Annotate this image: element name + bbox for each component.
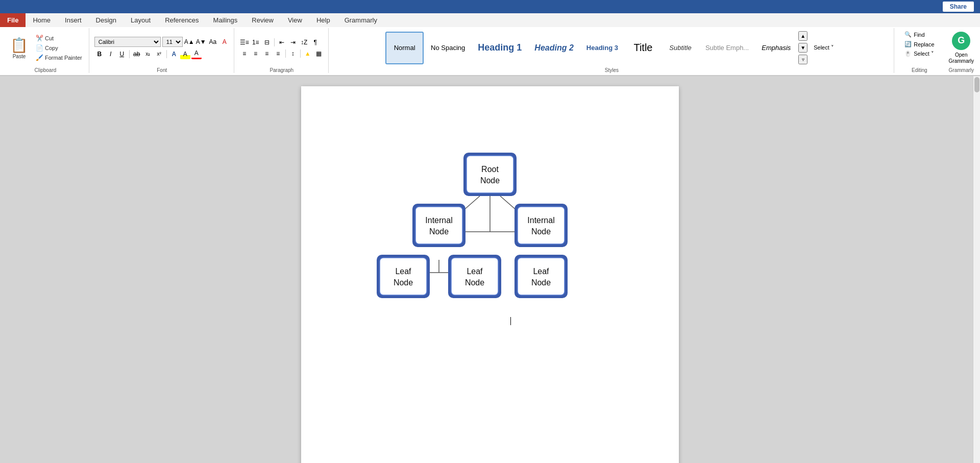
- replace-button[interactable]: 🔄 Replace: [902, 40, 936, 48]
- tab-grammarly[interactable]: Grammarly: [337, 13, 384, 27]
- tab-mailings[interactable]: Mailings: [206, 13, 245, 27]
- scrollbar-thumb[interactable]: [974, 77, 979, 92]
- ribbon-body: 📋 Paste ✂️ Cut 📄 Copy 🖌️ Format Painter: [0, 27, 980, 76]
- cut-button[interactable]: ✂️ Cut: [33, 34, 85, 43]
- style-subtitle-label: Subtitle: [669, 44, 691, 52]
- style-no-spacing[interactable]: No Spacing: [425, 32, 471, 64]
- clipboard-group: 📋 Paste ✂️ Cut 📄 Copy 🖌️ Format Painter: [2, 28, 89, 73]
- copy-button[interactable]: 📄 Copy: [33, 43, 85, 53]
- style-title[interactable]: Title: [625, 32, 661, 64]
- style-heading3[interactable]: Heading 3: [581, 32, 624, 64]
- line-spacing-button[interactable]: ↕: [288, 48, 298, 59]
- internal2-node-inner[interactable]: [518, 207, 565, 244]
- paste-button[interactable]: 📋 Paste: [6, 35, 32, 61]
- font-shrink-button[interactable]: A▼: [196, 37, 206, 47]
- find-label: Find: [914, 32, 924, 38]
- bold-button[interactable]: B: [94, 49, 105, 59]
- tab-layout[interactable]: Layout: [124, 13, 158, 27]
- tab-references[interactable]: References: [158, 13, 206, 27]
- font-separator-2: [166, 50, 167, 58]
- para-sep3: [300, 50, 301, 58]
- document-page: Root Node Internal Node Internal Node Le…: [301, 86, 679, 463]
- multilevel-button[interactable]: ⊟: [262, 37, 272, 47]
- font-bottom-row: B I U ab x₂ x² A A A: [94, 49, 230, 59]
- align-center-button[interactable]: ≡: [251, 48, 261, 59]
- tab-home[interactable]: Home: [26, 13, 58, 27]
- superscript-button[interactable]: x²: [154, 49, 164, 59]
- tab-file[interactable]: File: [0, 13, 26, 27]
- leaf1-node-inner[interactable]: [380, 258, 427, 295]
- style-subtitle[interactable]: Subtitle: [663, 32, 698, 64]
- leaf1-text-line1: Leaf: [395, 267, 411, 276]
- scroll-indicator-top: [973, 76, 980, 463]
- styles-content: Normal No Spacing Heading 1 Heading 2 He…: [385, 29, 838, 66]
- numbering-button[interactable]: 1≡: [251, 37, 261, 47]
- borders-button[interactable]: ▦: [314, 48, 324, 59]
- align-right-button[interactable]: ≡: [262, 48, 272, 59]
- select-button[interactable]: 🖱️ Select ˅: [902, 50, 936, 58]
- replace-icon: 🔄: [904, 41, 912, 47]
- style-h1-label: Heading 1: [478, 42, 522, 53]
- tab-insert[interactable]: Insert: [58, 13, 89, 27]
- leaf3-text-line2: Node: [531, 278, 551, 287]
- justify-button[interactable]: ≡: [273, 48, 283, 59]
- font-label: Font: [157, 66, 167, 73]
- highlight-color-button[interactable]: A: [180, 49, 190, 59]
- strikethrough-button[interactable]: ab: [132, 49, 142, 59]
- para-sep2: [285, 50, 286, 58]
- leaf2-node-inner[interactable]: [451, 258, 498, 295]
- styles-list: Normal No Spacing Heading 1 Heading 2 He…: [385, 30, 796, 66]
- bullets-button[interactable]: ☰≡: [239, 37, 250, 47]
- styles-expand-button[interactable]: ▿: [798, 55, 807, 64]
- style-subtle-emphasis[interactable]: Subtle Emph...: [700, 32, 754, 64]
- text-cursor-area: [510, 316, 648, 326]
- show-hide-button[interactable]: ¶: [310, 37, 321, 47]
- decrease-indent-button[interactable]: ⇤: [277, 37, 287, 47]
- cut-icon: ✂️: [36, 35, 43, 42]
- share-button[interactable]: Share: [943, 2, 974, 12]
- text-effects-button[interactable]: A: [169, 49, 179, 59]
- style-heading2[interactable]: Heading 2: [529, 32, 579, 64]
- tab-help[interactable]: Help: [309, 13, 337, 27]
- tab-view[interactable]: View: [281, 13, 309, 27]
- style-h3-label: Heading 3: [586, 44, 618, 52]
- para-sep1: [274, 38, 275, 46]
- styles-scroll-down-button[interactable]: ▼: [798, 43, 807, 53]
- style-heading1[interactable]: Heading 1: [472, 32, 527, 64]
- find-icon: 🔍: [904, 31, 912, 38]
- editing-group: 🔍 Find 🔄 Replace 🖱️ Select ˅ Editing: [895, 28, 943, 73]
- italic-button[interactable]: I: [106, 49, 116, 59]
- font-grow-button[interactable]: A▲: [184, 37, 194, 47]
- root-node-text-line2: Node: [480, 176, 500, 185]
- paste-icon: 📋: [10, 37, 28, 54]
- leaf3-node-inner[interactable]: [518, 258, 565, 295]
- underline-button[interactable]: U: [117, 49, 127, 59]
- clear-formatting-button[interactable]: A: [219, 37, 230, 47]
- styles-group: Normal No Spacing Heading 1 Heading 2 He…: [330, 28, 894, 73]
- increase-indent-button[interactable]: ⇥: [288, 37, 298, 47]
- styles-scroll-up-button[interactable]: ▲: [798, 31, 807, 41]
- font-size-select[interactable]: 11: [162, 37, 183, 47]
- shading-button[interactable]: ▲: [303, 48, 313, 59]
- style-normal[interactable]: Normal: [385, 32, 424, 64]
- sort-button[interactable]: ↕Z: [299, 37, 309, 47]
- subscript-button[interactable]: x₂: [143, 49, 153, 59]
- internal1-node-inner[interactable]: [415, 207, 462, 244]
- change-case-button[interactable]: Aa: [208, 37, 218, 47]
- tab-design[interactable]: Design: [89, 13, 124, 27]
- font-top-row: Calibri 11 A▲ A▼ Aa A: [94, 37, 230, 47]
- ribbon-tabs: File Home Insert Design Layout Reference…: [0, 13, 980, 27]
- paragraph-controls: ☰≡ 1≡ ⊟ ⇤ ⇥ ↕Z ¶ ≡ ≡ ≡ ≡ ↕ ▲: [239, 29, 324, 66]
- grammarly-group: G OpenGrammarly Grammarly: [945, 28, 978, 73]
- root-node-inner[interactable]: [467, 156, 513, 193]
- find-button[interactable]: 🔍 Find: [902, 30, 936, 39]
- tab-review[interactable]: Review: [244, 13, 281, 27]
- styles-selector-button[interactable]: Select ˅: [810, 42, 838, 53]
- font-color-button[interactable]: A: [191, 49, 202, 59]
- style-emphasis[interactable]: Emphasis: [756, 32, 796, 64]
- format-painter-button[interactable]: 🖌️ Format Painter: [33, 53, 85, 62]
- open-grammarly-button[interactable]: G OpenGrammarly: [949, 29, 974, 66]
- para-bottom-row: ≡ ≡ ≡ ≡ ↕ ▲ ▦: [239, 48, 324, 59]
- font-family-select[interactable]: Calibri: [94, 37, 161, 47]
- align-left-button[interactable]: ≡: [239, 48, 250, 59]
